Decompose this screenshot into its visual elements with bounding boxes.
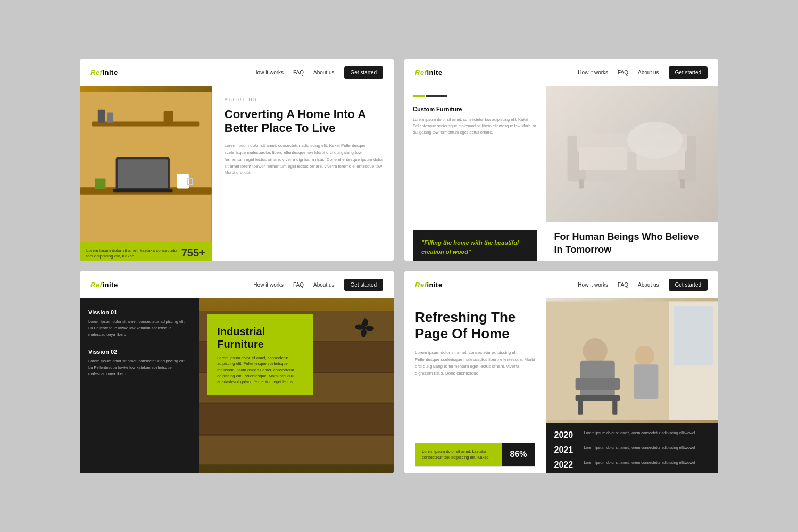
card-industrial: Refinite How it works FAQ About us Get s…	[80, 271, 394, 473]
svg-rect-39	[612, 400, 617, 415]
bar-percentage: 86%	[502, 443, 534, 466]
nav-links-2: How it works FAQ About us Get started	[578, 66, 708, 79]
logo-4: Refinite	[415, 281, 443, 289]
svg-rect-7	[118, 159, 168, 188]
nav-3: Refinite How it works FAQ About us Get s…	[80, 271, 394, 298]
timeline-box: 2020 Lorem ipsum dolor sit amet, lorem c…	[546, 423, 719, 473]
nav-4: Refinite How it works FAQ About us Get s…	[404, 271, 718, 298]
svg-point-40	[634, 346, 654, 365]
logo-prefix-2: Ref	[415, 69, 427, 77]
main-grid: Refinite How it works FAQ About us Get s…	[80, 59, 718, 473]
nav-faq-4[interactable]: FAQ	[618, 282, 628, 288]
overlay-text: Lorem ipsum dolor sit amet, kaetaka cons…	[86, 248, 181, 259]
nav-about-3[interactable]: About us	[313, 282, 334, 288]
nav-faq-2[interactable]: FAQ	[618, 70, 628, 76]
card2-subtitle: Custom Furniture	[413, 106, 537, 112]
nav-get-started-4[interactable]: Get started	[669, 279, 708, 291]
logo-prefix-4: Ref	[415, 281, 427, 289]
logo-suffix: inite	[102, 69, 118, 77]
card4-progress-bar: Lorem ipsum dolor sit amet, kaetaka cons…	[415, 443, 535, 467]
logo-prefix: Ref	[90, 69, 102, 77]
card-custom-furniture: Refinite How it works FAQ About us Get s…	[404, 59, 718, 261]
nav-faq-1[interactable]: FAQ	[293, 70, 304, 76]
svg-rect-2	[98, 109, 105, 122]
logo-2: Refinite	[415, 69, 443, 77]
card4-body: Refreshing The Page Of Home Lorem ipsum …	[404, 298, 718, 473]
card3-right: Industrial Furniture Lorem ipsum dolor s…	[199, 298, 394, 473]
green-bar	[413, 95, 425, 97]
svg-point-34	[583, 338, 607, 363]
svg-rect-20	[680, 179, 685, 188]
card1-description: Lorem ipsum dolor sit amet, consectetur …	[225, 143, 383, 177]
card4-left: Refreshing The Page Of Home Lorem ipsum …	[404, 298, 546, 473]
nav-how-it-works-3[interactable]: How it works	[253, 282, 284, 288]
timeline-item-1: 2021 Lorem ipsum dolor sit amet, lorem c…	[554, 445, 710, 455]
card2-description: Lorem ipsum dolor sit amet, consectetur …	[413, 117, 537, 136]
svg-rect-8	[113, 189, 173, 192]
svg-rect-11	[95, 178, 105, 189]
about-label: ABOUT US	[225, 97, 383, 102]
card1-title: Corverting A Home Into A Better Place To…	[225, 107, 383, 136]
timeline-item-2: 2022 Lorem ipsum dolor sit amet, lorem c…	[554, 460, 710, 470]
svg-rect-33	[674, 306, 713, 365]
nav-how-it-works-1[interactable]: How it works	[253, 70, 284, 76]
logo-1: Refinite	[90, 69, 118, 77]
card4-title: Refreshing The Page Of Home	[415, 309, 535, 342]
card-about-us: Refinite How it works FAQ About us Get s…	[80, 59, 394, 261]
dark-bar	[426, 95, 447, 97]
timeline-text-1: Lorem ipsum dolor sit amet, lorem consec…	[584, 445, 695, 451]
svg-rect-3	[107, 112, 113, 122]
svg-rect-25	[199, 404, 394, 435]
svg-rect-4	[164, 111, 173, 123]
vision1-desc: Lorem ipsum dolor sit amet, consectetur …	[88, 319, 190, 338]
nav-links-3: How it works FAQ About us Get started	[253, 279, 383, 291]
logo-prefix-3: Ref	[90, 281, 102, 289]
nav-links-4: How it works FAQ About us Get started	[578, 279, 708, 291]
sofa-placeholder	[546, 86, 719, 223]
timeline-text-0: Lorem ipsum dolor sit amet, lorem consec…	[584, 430, 695, 436]
green-box: Industrial Furniture Lorem ipsum dolor s…	[207, 314, 313, 395]
vision-2: Vission 02 Lorem ipsum dolor sit amet, c…	[88, 348, 190, 377]
card4-description: Lorem ipsum dolor sit amet, consectetur …	[415, 350, 535, 377]
card2-body: Custom Furniture Lorem ipsum dolor sit a…	[404, 86, 718, 261]
nav-how-it-works-4[interactable]: How it works	[578, 282, 608, 288]
sofa-image	[546, 86, 719, 223]
nav-get-started-3[interactable]: Get started	[344, 279, 383, 291]
nav-get-started-1[interactable]: Get started	[344, 66, 383, 79]
green-box-title: Industrial Furniture	[217, 325, 303, 351]
nav-about-4[interactable]: About us	[638, 282, 659, 288]
vision2-title: Vission 02	[88, 348, 190, 355]
nav-how-it-works-2[interactable]: How it works	[578, 70, 608, 76]
svg-point-18	[627, 122, 683, 159]
card3-left: Vission 01 Lorem ipsum dolor sit amet, c…	[80, 298, 199, 473]
vision-1: Vission 01 Lorem ipsum dolor sit amet, c…	[88, 309, 190, 338]
card1-image: Lorem ipsum dolor sit amet, kaetaka cons…	[80, 86, 212, 261]
nav-links-1: How it works FAQ About us Get started	[253, 66, 383, 79]
logo-suffix-4: inite	[427, 281, 442, 289]
timeline-year-2: 2022	[554, 460, 577, 470]
card2-quote: "Filling the home with the beautiful cre…	[413, 230, 537, 261]
svg-rect-19	[579, 179, 584, 188]
nav-about-1[interactable]: About us	[313, 70, 334, 76]
card3-body: Vission 01 Lorem ipsum dolor sit amet, c…	[80, 298, 394, 473]
vision1-title: Vission 01	[88, 309, 190, 315]
nav-about-2[interactable]: About us	[638, 70, 659, 76]
timeline-text-2: Lorem ipsum dolor sit amet, lorem consec…	[584, 460, 695, 466]
accent-bars	[413, 95, 537, 97]
wood-background: Industrial Furniture Lorem ipsum dolor s…	[199, 298, 394, 473]
bar-label: Lorem ipsum dolor sit amet, kaetaka cons…	[415, 443, 502, 466]
person-image	[546, 298, 719, 423]
nav-2: Refinite How it works FAQ About us Get s…	[404, 59, 718, 86]
nav-faq-3[interactable]: FAQ	[293, 282, 304, 288]
overlay-number: 755+	[181, 247, 205, 259]
nav-get-started-2[interactable]: Get started	[669, 66, 708, 79]
vision2-desc: Lorem ipsum dolor sit amet, consectetur …	[88, 358, 190, 377]
timeline-year-1: 2021	[554, 445, 577, 455]
desk-image	[80, 86, 212, 261]
green-box-desc: Lorem ipsum dolor sit amet, consectetur …	[217, 355, 303, 385]
nav-1: Refinite How it works FAQ About us Get s…	[80, 59, 394, 86]
card-refreshing: Refinite How it works FAQ About us Get s…	[404, 271, 718, 473]
svg-rect-41	[634, 364, 658, 399]
svg-rect-38	[578, 400, 583, 415]
card2-left: Custom Furniture Lorem ipsum dolor sit a…	[404, 86, 546, 261]
